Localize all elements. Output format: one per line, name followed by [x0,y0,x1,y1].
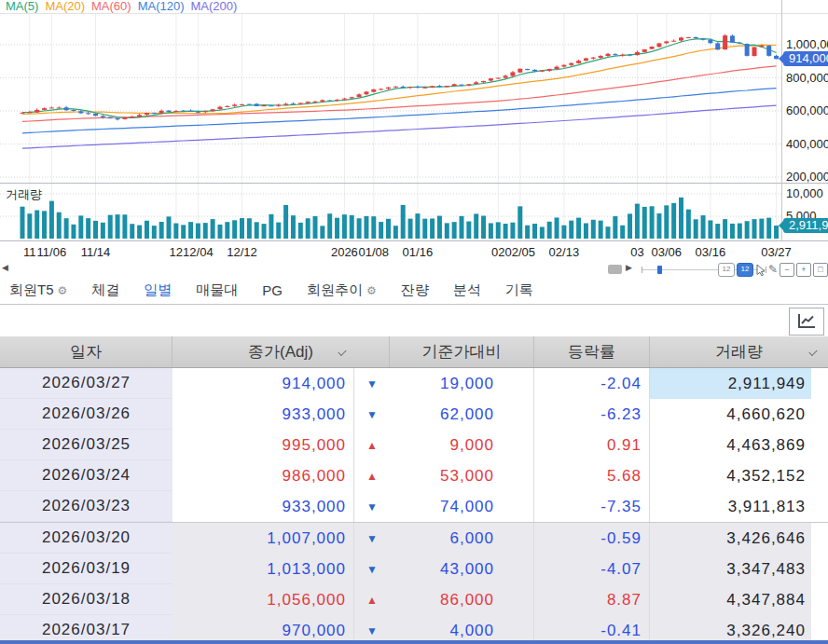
change-direction-icon: ▼ [354,368,390,399]
tab-체결[interactable]: 체결 [91,281,119,299]
comment-count-icon[interactable]: 12 [718,263,735,277]
table-row[interactable]: 2026/03/25995,000▲9,0000.914,463,869 [0,430,828,460]
chart-tool-icons: 12 12 ✎ − + □ [718,262,828,277]
date-tick-label: 12 [170,245,183,259]
tab-label: 체결 [91,281,119,299]
tab-PG[interactable]: PG [262,282,283,298]
ma-legend-item: MA(60) [91,0,131,13]
zoom-out-icon[interactable]: − [780,263,794,277]
ma-legend: MA(5)MA(20)MA(60)MA(120)MA(200) [6,0,237,13]
table-header-row: 일자종가(Adj)기준가대비등락률거래량 [0,336,828,368]
date-cell: 2026/03/25 [0,430,172,460]
date-tick-label: 12/12 [227,245,257,259]
table-row[interactable]: 2026/03/27914,000▼19,000-2.042,911,949 [0,368,828,399]
comment-count-active-icon[interactable]: 12 [737,263,753,277]
sort-caret-icon[interactable] [338,348,346,356]
change-direction-icon: ▲ [354,584,390,615]
change-direction-icon: ▲ [354,460,390,491]
date-axis: 1111/0611/141212/0412/12202601/0801/1602… [0,240,828,262]
date-tick-label: 02/05 [505,245,536,259]
volume-cell: 4,463,869 [650,430,811,460]
volume-cell: 2,911,949 [650,368,811,399]
tab-기록[interactable]: 기록 [505,281,533,299]
table-row[interactable]: 2026/03/181,056,000▲86,0008.874,347,884 [0,584,828,615]
column-header-3[interactable]: 기준가대비 [390,336,534,367]
tab-일별[interactable]: 일별 [144,281,172,299]
date-tick-label: 03 [630,245,643,259]
expand-icon[interactable]: □ [813,263,828,277]
change-direction-icon: ▼ [354,399,390,430]
date-cell: 2026/03/19 [0,554,172,584]
tab-매물대[interactable]: 매물대 [196,281,238,299]
scroll-left-button[interactable]: ◀ [2,263,8,272]
date-tick-label: 01/16 [403,245,434,259]
table-row[interactable]: 2026/03/201,007,000▼6,000-0.593,426,646 [0,522,828,554]
date-tick-label: 11/14 [81,245,111,259]
cursor-icon[interactable] [755,264,766,276]
toolbar-strip [0,305,828,336]
tab-label: 분석 [453,281,481,299]
change-cell: 19,000 [390,368,534,399]
current-volume-tag: 2,911,949 [783,218,828,233]
column-header-2[interactable]: 종가(Adj) [172,336,390,367]
gear-icon[interactable]: ⚙ [366,284,377,297]
date-tick-label: 02/13 [549,245,580,259]
price-axis-label: 400,000 [786,138,828,150]
scroll-gutter [811,584,828,615]
change-direction-icon: ▼ [354,523,390,554]
close-cell: 933,000 [172,491,354,522]
zoom-in-icon[interactable]: + [796,263,811,277]
column-header-5[interactable]: 거래량 [650,336,828,367]
slider-tick-start [642,267,642,273]
volume-pane-label: 거래량 [6,186,42,203]
scroll-gutter [811,430,828,460]
scroll-gutter [811,399,828,430]
date-cell: 2026/03/20 [0,523,172,554]
scrollbar-thumb[interactable] [608,265,622,274]
column-header-label: 일자 [70,341,102,363]
close-cell: 914,000 [172,368,354,399]
date-tick-label: 01/08 [359,245,390,259]
table-row[interactable]: 2026/03/26933,000▼62,000-6.234,660,620 [0,399,828,430]
tab-잔량[interactable]: 잔량 [401,281,429,299]
table-row[interactable]: 2026/03/23933,000▼74,000-7.353,911,813 [0,491,828,522]
table-row[interactable]: 2026/03/24986,000▲53,0005.684,352,152 [0,460,828,491]
zoom-slider-handle[interactable] [657,266,662,274]
price-volume-chart[interactable] [0,0,828,240]
change-cell: 53,000 [390,460,534,491]
tab-label: 일별 [144,281,172,299]
daily-price-table: 일자종가(Adj)기준가대비등락률거래량 2026/03/27914,000▼1… [0,336,828,644]
rate-cell: 8.87 [534,584,650,615]
scroll-right-button[interactable]: ▶ [626,263,632,272]
date-tick-label: 11 [23,245,36,259]
date-cell: 2026/03/23 [0,491,172,522]
pencil-icon[interactable]: ✎ [768,264,778,276]
change-cell: 6,000 [390,523,534,554]
tab-회원추이[interactable]: 회원추이⚙ [307,281,377,299]
price-axis-label: 200,000 [786,171,828,183]
rate-cell: -4.07 [534,554,650,584]
ma-legend-item: MA(5) [6,0,38,13]
stock-chart-window: MA(5)MA(20)MA(60)MA(120)MA(200) 1,000,00… [0,0,828,644]
scroll-gutter [811,491,828,522]
change-direction-icon: ▼ [354,554,390,584]
date-cell: 2026/03/24 [0,460,172,491]
column-header-1[interactable]: 일자 [0,336,172,367]
close-cell: 1,013,000 [172,554,354,584]
chart-view-button[interactable] [789,308,824,336]
tab-label: 회원추이 [307,281,363,299]
price-axis-label: 600,000 [786,104,828,116]
scroll-gutter [811,523,828,554]
column-header-4[interactable]: 등락률 [534,336,650,367]
column-header-label: 등락률 [568,341,615,363]
tab-분석[interactable]: 분석 [453,281,481,299]
tab-회원T5[interactable]: 회원T5⚙ [9,281,67,299]
sort-caret-icon[interactable] [808,348,817,356]
table-row[interactable]: 2026/03/191,013,000▼43,000-4.073,347,483 [0,554,828,584]
close-cell: 1,056,000 [172,584,354,615]
gear-icon[interactable]: ⚙ [58,284,68,297]
rate-cell: -2.04 [534,368,650,399]
volume-axis-label: 10,000 [786,187,823,199]
column-header-label: 종가(Adj) [248,341,313,363]
date-tick-label: 03/27 [761,245,792,259]
